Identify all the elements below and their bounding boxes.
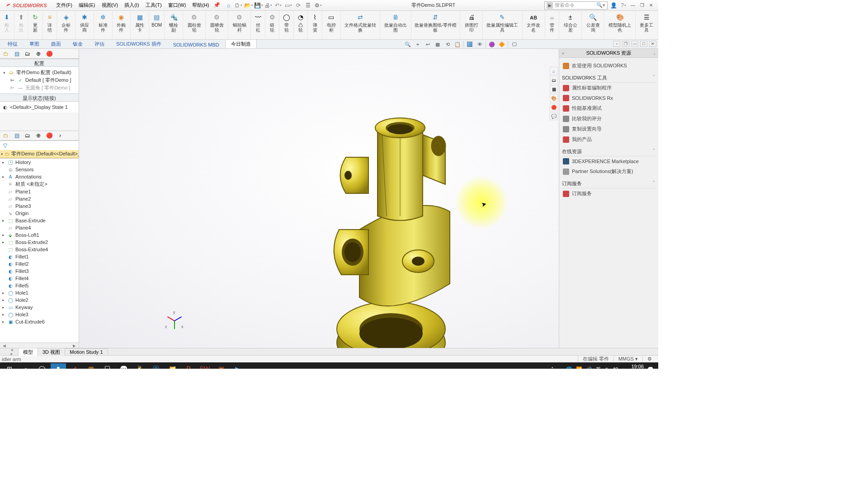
- ribbon-checkin[interactable]: ⬇检入: [0, 11, 14, 39]
- prev-view-icon[interactable]: ↩: [424, 41, 432, 48]
- tree-fillet1[interactable]: ◐Fillet1: [0, 253, 79, 260]
- dynamic-view-icon[interactable]: ⟲: [443, 41, 452, 48]
- tree-fillet2[interactable]: ◐Fillet2: [0, 260, 79, 267]
- fm-tab-dim-icon[interactable]: ⊕: [34, 50, 42, 57]
- feature-tree[interactable]: ▸🕒History ◎Sensors ▸AAnnotations ≡材质 <未指…: [0, 158, 79, 343]
- taskbar-edge-icon[interactable]: ⓔ: [148, 363, 164, 369]
- online-section-header[interactable]: 在线资源⌃: [562, 148, 656, 156]
- zoom-fit-icon[interactable]: 🔍: [404, 41, 412, 48]
- ribbon-batchreplace[interactable]: ⇵批量替换图纸-零件模板: [411, 11, 461, 39]
- tree-plane1[interactable]: ▱Plane1: [0, 188, 79, 195]
- online-partner[interactable]: Partner Solutions(解决方案): [562, 166, 656, 177]
- select-icon[interactable]: ▭: [284, 1, 292, 9]
- user-icon[interactable]: 👤: [609, 1, 618, 9]
- tab-sketch[interactable]: 草图: [24, 39, 45, 48]
- ribbon-propcard[interactable]: ▦属性卡: [131, 11, 149, 39]
- print-icon[interactable]: 🖨: [264, 1, 273, 9]
- taskpane-tab-appearance-icon[interactable]: 🎨: [550, 94, 558, 102]
- taskbar-app3-icon[interactable]: ▦: [83, 363, 99, 369]
- ribbon-details[interactable]: ≡详情: [43, 11, 57, 39]
- search-dropdown-icon[interactable]: 🔍▾: [596, 2, 605, 8]
- filter-icon[interactable]: ▽: [1, 142, 9, 149]
- ribbon-cabinet[interactable]: ▭电控柜: [322, 11, 341, 39]
- ribbon-cam[interactable]: ◔凸轮: [294, 11, 308, 39]
- taskbar-cortana-icon[interactable]: ◯: [34, 363, 50, 369]
- fm-tab2-property-icon[interactable]: ▤: [13, 132, 21, 139]
- model-tab-motion[interactable]: Motion Study 1: [65, 348, 108, 355]
- tab-today[interactable]: 今日制造: [225, 39, 257, 48]
- tray-notifications-icon[interactable]: 💬: [647, 366, 654, 369]
- taskbar-app1-icon[interactable]: ▮: [51, 363, 66, 369]
- ribbon-more[interactable]: ☰更多工具: [636, 11, 658, 39]
- fm-tab2-feature-icon[interactable]: 🗀: [2, 132, 10, 139]
- ribbon-stdparts[interactable]: ◈企标件: [57, 11, 75, 39]
- taskpane-tab-custom-icon[interactable]: 🔴: [550, 103, 558, 111]
- tray-ime[interactable]: 英: [596, 366, 601, 369]
- tray-onedrive-icon[interactable]: ☁: [557, 366, 562, 369]
- ribbon-tolquery[interactable]: 🔍公差查询: [582, 11, 604, 39]
- settings-icon[interactable]: ⚙: [314, 1, 322, 9]
- view-orient-icon[interactable]: 📋: [453, 41, 462, 48]
- home-icon[interactable]: ⌂: [225, 1, 233, 9]
- taskbar-ppt-icon[interactable]: P: [181, 363, 196, 369]
- ribbon-rename[interactable]: ᴀʙ文件改名: [523, 11, 545, 39]
- tree-hole1[interactable]: ▸◯Hole1: [0, 289, 79, 296]
- fm-tab2-display-icon[interactable]: 🔴: [45, 132, 53, 139]
- undo-icon[interactable]: ↶: [274, 1, 283, 9]
- fm-tab-property-icon[interactable]: ▤: [13, 50, 21, 57]
- model-tab-nav[interactable]: ◄ ►: [9, 348, 18, 356]
- ribbon-bevelgear[interactable]: ⚙圆锥齿轮: [206, 11, 228, 39]
- tree-boss-extrude4[interactable]: ⬚Boss-Extrude4: [0, 246, 79, 253]
- scene-icon[interactable]: 🟣: [488, 41, 496, 48]
- tree-plane3[interactable]: ▱Plane3: [0, 202, 79, 210]
- tray-weather-icon[interactable]: ☀: [604, 366, 609, 369]
- status-extra-icon[interactable]: ⚙: [642, 356, 656, 362]
- taskbar-app5-icon[interactable]: 🐧: [132, 363, 147, 369]
- tree-plane4[interactable]: ▱Plane4: [0, 224, 79, 231]
- new-icon[interactable]: 🗋: [235, 1, 243, 9]
- tree-material[interactable]: ≡材质 <未指定>: [0, 180, 79, 188]
- tray-network-icon[interactable]: 🌐: [566, 366, 572, 369]
- tree-cut-extrude6[interactable]: ▸▣Cut-Extrude6: [0, 318, 79, 325]
- ribbon-spurgear[interactable]: ⚙圆柱齿轮: [183, 11, 206, 39]
- open-icon[interactable]: 📂: [245, 1, 253, 9]
- taskbar-app4-icon[interactable]: 🗨: [99, 363, 115, 369]
- section-view-icon[interactable]: ▦: [434, 41, 442, 48]
- ribbon-supplier[interactable]: ✱供应商: [75, 11, 94, 39]
- ribbon-bolt[interactable]: 🔩螺栓副: [165, 11, 183, 39]
- taskbar-app7-icon[interactable]: ▶: [230, 363, 245, 369]
- tree-annotations[interactable]: ▸AAnnotations: [0, 173, 79, 180]
- ribbon-tolerance[interactable]: ±综合公差: [559, 11, 582, 39]
- taskbar-explorer-icon[interactable]: 📁: [165, 363, 180, 369]
- tray-wifi-icon[interactable]: 📶: [576, 366, 582, 369]
- config-nohorn[interactable]: ⊢—无圆角 [ 零件Demo ]: [1, 84, 78, 92]
- tree-origin[interactable]: ↳Origin: [0, 210, 79, 217]
- ribbon-pulley[interactable]: ◯带轮: [279, 11, 294, 39]
- appearance-icon[interactable]: 🔶: [498, 41, 506, 48]
- help-icon[interactable]: ?: [619, 1, 627, 9]
- taskbar-wechat-icon[interactable]: 💬: [116, 363, 131, 369]
- start-button[interactable]: ⊞: [2, 363, 17, 369]
- rebuild-icon[interactable]: ⟳: [294, 1, 302, 9]
- taskbar-app2-icon[interactable]: ✔: [67, 363, 82, 369]
- ribbon-checkout[interactable]: ⬆检出: [14, 11, 29, 39]
- tray-clock[interactable]: 19:06 2020/6/14: [622, 364, 644, 369]
- taskpane-tab-lib-icon[interactable]: 🗂: [550, 76, 558, 84]
- tree-fillet5[interactable]: ◐Fillet5: [0, 282, 79, 289]
- menu-help[interactable]: 帮助(H): [189, 1, 212, 9]
- ribbon-screw[interactable]: 〰丝杠: [251, 11, 265, 39]
- tab-evaluate[interactable]: 评估: [89, 39, 110, 48]
- tree-hole2[interactable]: ▸◯Hole2: [0, 296, 79, 304]
- sub-service[interactable]: 订阅服务: [562, 188, 656, 199]
- fm-tab2-dim-icon[interactable]: ⊕: [34, 132, 42, 139]
- ribbon-worm[interactable]: ⚙蜗轮蜗杆: [228, 11, 251, 39]
- tree-keyway[interactable]: ▸▭Keyway: [0, 304, 79, 311]
- ribbon-batchprop[interactable]: ✎批量属性编辑工具: [483, 11, 522, 39]
- ribbon-tileprint[interactable]: 🖨拼图打印: [460, 11, 483, 39]
- doc-window-min-icon[interactable]: ▫: [613, 41, 620, 47]
- menu-tools[interactable]: 工具(T): [143, 1, 165, 9]
- display-state-row[interactable]: ◐<Default>_Display State 1: [1, 103, 78, 111]
- zoom-area-icon[interactable]: ⌖: [414, 41, 422, 48]
- taskbar-search-icon[interactable]: ⌕: [18, 363, 33, 369]
- menu-insert[interactable]: 插入(I): [122, 1, 142, 9]
